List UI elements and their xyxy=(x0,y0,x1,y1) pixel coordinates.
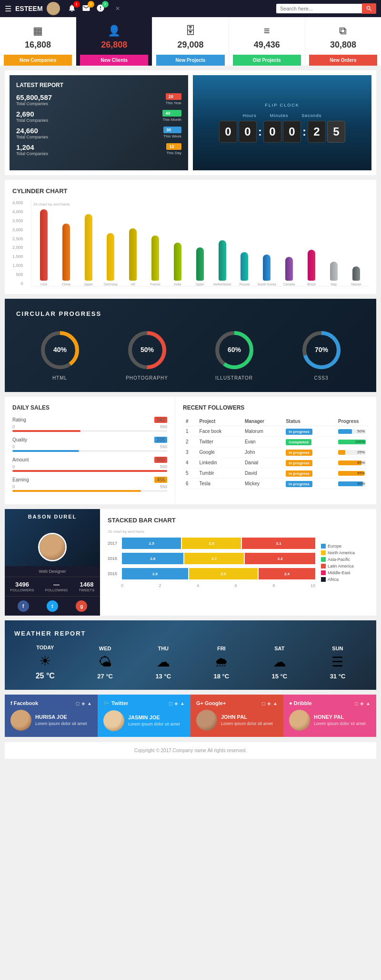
weather-thu: THU ☁ 13 °C xyxy=(155,646,171,680)
stacked-row-2016: 2016 2.8 2.7 3.2 xyxy=(108,553,315,564)
stat-card-companies[interactable]: ▦ 16,808 New Companies xyxy=(0,17,76,66)
circle-css3: 70% CSS3 xyxy=(300,329,343,381)
tweets-count: 1468 xyxy=(79,581,94,588)
circle-illus-label: ILLUSTRATOR xyxy=(215,375,253,381)
cylinder-item: Brazil xyxy=(301,250,322,286)
y-axis: 4,500 4,000 3,500 3,000 2,500 2,000 1,50… xyxy=(12,200,26,286)
flip-digit-1: 0 xyxy=(239,121,257,143)
dr-icon-1[interactable]: ◻ xyxy=(354,701,358,706)
stat-card-clients[interactable]: 👤 26,808 New Clients xyxy=(76,17,152,66)
amount-badge: 550 xyxy=(154,457,167,463)
following-stat: — FOLLOWING xyxy=(45,581,68,592)
fb-icon-1[interactable]: ◻ xyxy=(76,701,80,706)
cylinder-chart-section: CYLINDER CHART 4,500 4,000 3,500 3,000 2… xyxy=(5,180,376,294)
y-label: 1,500 xyxy=(12,254,23,259)
dr-icon-2[interactable]: ◈ xyxy=(360,701,364,706)
fb-person: HURISA JOE xyxy=(35,714,92,720)
cylinder-item: Taiwan xyxy=(345,266,367,286)
dr-icon-3[interactable]: ▲ xyxy=(366,701,371,706)
circle-photo-label: PHOTOGRAPHY xyxy=(126,375,168,381)
tw-icon-2[interactable]: ◈ xyxy=(174,701,178,706)
fb-icon-3[interactable]: ▲ xyxy=(87,701,92,706)
report-num-0: 65,800,587 xyxy=(16,93,52,101)
x-label: Japan xyxy=(84,283,93,286)
quality-max: 550 xyxy=(160,444,167,449)
cylinder-item: Germany xyxy=(100,233,121,286)
companies-label: New Companies xyxy=(4,55,72,66)
legend-dot-europe xyxy=(321,544,326,549)
notification-badge: 1 xyxy=(73,1,80,8)
stat-card-projects[interactable]: 🗄 29,008 New Projects xyxy=(152,17,229,66)
googleplus-icon[interactable]: g xyxy=(76,600,87,612)
notifications-button[interactable]: 1 xyxy=(68,4,76,14)
cylinder-bar xyxy=(308,250,315,281)
circular-title: CIRCULAR PROGRESS xyxy=(16,310,365,317)
tw-content: JASMIN JOE Lorem ipsum dolor sit amet xyxy=(103,710,185,731)
dr-info: HONEY PAL Lorem ipsum dolor sit amet xyxy=(314,714,371,727)
report-badge-3: 10 xyxy=(166,143,181,150)
profile-stats: 3496 FOLLOWERS — FOLLOWING 1468 TWEETS xyxy=(5,577,100,597)
col-progress: Progress xyxy=(335,417,369,426)
profile-name: BASON DUREL xyxy=(5,514,100,519)
social-card-twitter: 🐦 Twitter ◻ ◈ ▲ JASMIN JOE Lorem ipsum d… xyxy=(98,695,190,737)
icon-sat: ☁ xyxy=(272,654,288,670)
facebook-icon[interactable]: f xyxy=(18,600,29,612)
report-badge-label-0: This Year xyxy=(166,101,181,105)
search-input[interactable] xyxy=(276,4,362,13)
table-row: 3 Google John In progress 25% xyxy=(183,447,369,458)
icon-thu: ☁ xyxy=(155,654,171,670)
cylinder-item: Russia xyxy=(234,252,255,286)
report-sub-1: Total Companies xyxy=(16,118,48,123)
stacked-bar-section: STACKED BAR CHART JS chart by amCharts 2… xyxy=(100,509,376,616)
profile-bg: BASON DUREL xyxy=(5,509,100,566)
bar-na-2016: 2.7 xyxy=(184,553,244,564)
stat-card-orders[interactable]: ⧉ 30,808 New Orders xyxy=(305,17,381,66)
orders-label: New Orders xyxy=(309,55,377,66)
gp-icon-3[interactable]: ▲ xyxy=(273,701,278,706)
gp-info: JOHN PAL Lorem ipsum dolor sit amet xyxy=(221,714,278,727)
table-row: 1 Face book Malorum In progress 50% xyxy=(183,426,369,437)
flip-label-hours: Hours xyxy=(243,113,257,118)
profile-card: BASON DUREL Web Designer 3496 FOLLOWERS … xyxy=(5,509,100,616)
stat-card-old-projects[interactable]: ≡ 49,436 Old Projects xyxy=(229,17,305,66)
search-button[interactable] xyxy=(362,3,376,14)
tw-icon-3[interactable]: ▲ xyxy=(180,701,185,706)
x-axis-labels: 0 2 4 6 8 10 xyxy=(108,583,315,588)
messages-button[interactable]: 2 xyxy=(82,4,90,14)
col-status: Status xyxy=(283,417,335,426)
stacked-bar-title: STACKED BAR CHART xyxy=(108,517,369,524)
circle-html-label: HTML xyxy=(52,375,67,381)
report-num-2: 24,660 xyxy=(16,127,48,135)
close-icon[interactable]: ✕ xyxy=(115,5,120,12)
report-num-1: 2,690 xyxy=(16,110,48,118)
fb-platform: f Facebook xyxy=(10,700,38,706)
cylinder-bar xyxy=(263,255,271,281)
fb-icon-2[interactable]: ◈ xyxy=(81,701,85,706)
copy-icon: ⧉ xyxy=(309,25,377,37)
twitter-icon[interactable]: t xyxy=(47,600,58,612)
orders-number: 30,808 xyxy=(309,40,377,50)
tw-avatar xyxy=(103,710,124,731)
tw-icon-1[interactable]: ◻ xyxy=(169,701,172,706)
alerts-button[interactable]: 3 xyxy=(96,4,105,14)
rating-row: Rating 242 0 550 xyxy=(12,417,167,432)
followers-table: # Project Manager Status Progress 1 Face… xyxy=(183,417,369,489)
x-label: India xyxy=(174,283,181,286)
report-badge-2: 30 xyxy=(163,127,181,133)
gp-icon-2[interactable]: ◈ xyxy=(267,701,271,706)
cylinder-item: Spain xyxy=(189,247,211,286)
y-label: 4,000 xyxy=(12,209,23,214)
x-label: Brazil xyxy=(307,283,316,286)
circle-html-svg: 40% xyxy=(39,329,81,372)
circle-photography: 50% PHOTOGRAPHY xyxy=(126,329,169,381)
cylinder-item: UK xyxy=(122,228,144,286)
status-badge: In progress xyxy=(286,429,312,435)
quality-row: Quality 235 0 550 xyxy=(12,437,167,452)
x-6: 6 xyxy=(235,583,237,588)
followers-count: 3496 xyxy=(10,581,34,588)
menu-icon[interactable]: ☰ xyxy=(5,4,11,13)
user-avatar[interactable] xyxy=(47,2,60,15)
gp-icon-1[interactable]: ◻ xyxy=(261,701,265,706)
cylinder-bar xyxy=(352,266,360,281)
status-badge: Completed xyxy=(286,439,311,445)
